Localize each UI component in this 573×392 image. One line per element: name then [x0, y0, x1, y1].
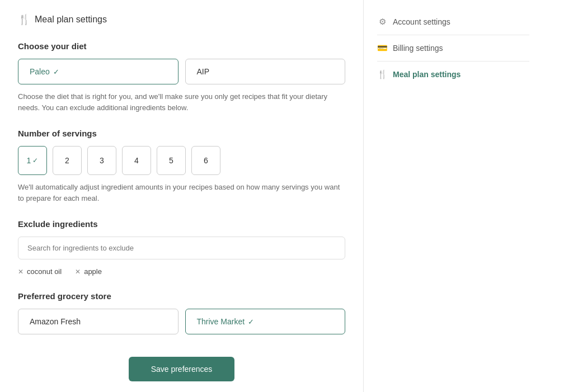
excluded-coconut-oil-label: coconut oil	[27, 267, 62, 276]
excluded-apple: ✕ apple	[75, 267, 102, 276]
serving-4-button[interactable]: 4	[122, 146, 151, 175]
store-thrive-market-button[interactable]: Thrive Market ✓	[185, 309, 346, 334]
servings-description: We'll automatically adjust ingredient am…	[18, 182, 345, 204]
diet-aip-button[interactable]: AIP	[185, 59, 346, 84]
serving-1-check-icon: ✓	[32, 157, 38, 164]
amazon-fresh-label: Amazon Fresh	[30, 317, 81, 326]
diet-aip-label: AIP	[197, 67, 210, 76]
thrive-market-label: Thrive Market	[197, 317, 245, 326]
diet-description: Choose the diet that is right for you, a…	[18, 91, 345, 113]
serving-3-button[interactable]: 3	[87, 146, 116, 175]
sidebar: ⚙ Account settings 💳 Billing settings 🍴 …	[364, 0, 543, 392]
paleo-check-icon: ✓	[53, 68, 59, 76]
diet-paleo-button[interactable]: Paleo ✓	[18, 59, 179, 84]
thrive-market-check-icon: ✓	[248, 318, 254, 326]
store-options: Amazon Fresh Thrive Market ✓	[18, 309, 345, 334]
billing-settings-icon: 💳	[377, 43, 387, 53]
meal-plan-icon: 🍴	[18, 13, 30, 26]
save-row: Save preferences	[18, 357, 345, 392]
servings-heading: Number of servings	[18, 129, 345, 138]
sidebar-billing-settings-label: Billing settings	[393, 44, 443, 53]
exclude-heading: Exclude ingredients	[18, 219, 345, 229]
grocery-section: Preferred grocery store Amazon Fresh Thr…	[18, 291, 345, 334]
diet-heading: Choose your diet	[18, 41, 345, 51]
meal-plan-settings-icon: 🍴	[377, 69, 387, 79]
excluded-coconut-oil: ✕ coconut oil	[18, 267, 62, 276]
page-title-row: 🍴 Meal plan settings	[18, 13, 345, 26]
sidebar-item-account-settings[interactable]: ⚙ Account settings	[377, 9, 529, 35]
account-settings-icon: ⚙	[377, 17, 387, 27]
excluded-tags: ✕ coconut oil ✕ apple	[18, 267, 345, 276]
serving-2-button[interactable]: 2	[53, 146, 82, 175]
diet-section: Choose your diet Paleo ✓ AIP Choose the …	[18, 41, 345, 113]
diet-options: Paleo ✓ AIP	[18, 59, 345, 84]
diet-paleo-label: Paleo	[30, 67, 50, 76]
sidebar-item-billing-settings[interactable]: 💳 Billing settings	[377, 35, 529, 62]
serving-5-button[interactable]: 5	[157, 146, 186, 175]
exclude-section: Exclude ingredients ✕ coconut oil ✕ appl…	[18, 219, 345, 276]
store-amazon-fresh-button[interactable]: Amazon Fresh	[18, 309, 179, 334]
sidebar-meal-plan-settings-label: Meal plan settings	[393, 70, 461, 79]
remove-apple-button[interactable]: ✕	[75, 268, 81, 276]
save-preferences-button[interactable]: Save preferences	[129, 357, 235, 381]
servings-section: Number of servings 1 ✓ 2 3 4 5	[18, 129, 345, 204]
page-title: Meal plan settings	[35, 15, 107, 25]
sidebar-account-settings-label: Account settings	[393, 17, 450, 26]
grocery-heading: Preferred grocery store	[18, 291, 345, 301]
sidebar-item-meal-plan-settings[interactable]: 🍴 Meal plan settings	[377, 62, 529, 87]
serving-6-button[interactable]: 6	[191, 146, 220, 175]
main-panel: 🍴 Meal plan settings Choose your diet Pa…	[0, 0, 364, 392]
serving-1-button[interactable]: 1 ✓	[18, 146, 47, 175]
servings-options: 1 ✓ 2 3 4 5 6	[18, 146, 345, 175]
excluded-apple-label: apple	[84, 267, 102, 276]
exclude-search-input[interactable]	[18, 237, 345, 259]
remove-coconut-oil-button[interactable]: ✕	[18, 268, 24, 276]
